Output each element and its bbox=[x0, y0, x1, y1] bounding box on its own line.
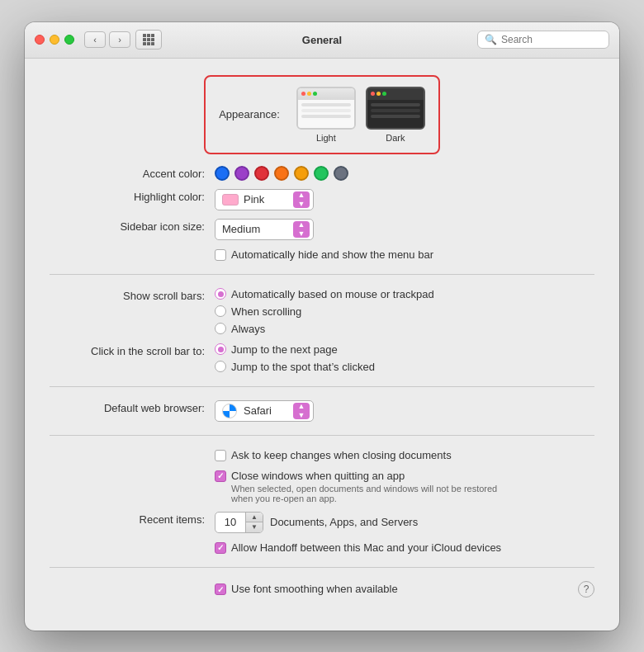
sidebar-icon-size-select[interactable]: Medium ▲ ▼ bbox=[215, 219, 314, 240]
thumb-titlebar-dark bbox=[367, 88, 424, 100]
accent-color-label: Accent color: bbox=[50, 166, 215, 180]
titlebar: ‹ › General 🔍 bbox=[25, 22, 619, 59]
click-spot-row[interactable]: Jump to the spot that’s clicked bbox=[215, 361, 375, 373]
close-windows-label bbox=[50, 470, 215, 471]
light-theme-option[interactable]: Light bbox=[296, 87, 356, 143]
sidebar-icon-size-value: Medium bbox=[222, 223, 290, 235]
highlight-swatch bbox=[222, 194, 239, 206]
font-smoothing-checkbox-label: Use font smoothing when available bbox=[231, 583, 398, 595]
scroll-always-radio[interactable] bbox=[215, 323, 226, 334]
scroll-auto-row[interactable]: Automatically based on mouse or trackpad bbox=[215, 288, 434, 300]
click-next-page-radio[interactable] bbox=[215, 343, 226, 355]
accent-green[interactable] bbox=[314, 166, 329, 181]
font-smoothing-checkbox[interactable] bbox=[215, 583, 226, 595]
documents-section: Ask to keep changes when closing documen… bbox=[50, 449, 594, 568]
font-smoothing-section: Use font smoothing when available ? bbox=[50, 581, 594, 611]
browser-arrows: ▲ ▼ bbox=[293, 403, 310, 419]
appearance-wrapper: Appearance: bbox=[204, 75, 440, 154]
scroll-scrolling-row[interactable]: When scrolling bbox=[215, 305, 434, 318]
window-title: General bbox=[302, 34, 342, 46]
font-smoothing-checkbox-row: Use font smoothing when available bbox=[215, 583, 571, 595]
recent-items-suffix: Documents, Apps, and Servers bbox=[270, 516, 418, 528]
scroll-scrolling-label: When scrolling bbox=[231, 305, 301, 318]
handoff-checkbox-label: Allow Handoff between this Mac and your … bbox=[231, 541, 501, 554]
close-button[interactable] bbox=[35, 35, 45, 45]
handoff-checkbox-row: Allow Handoff between this Mac and your … bbox=[215, 541, 501, 554]
accent-blue[interactable] bbox=[215, 166, 230, 181]
scroll-always-row[interactable]: Always bbox=[215, 323, 434, 335]
accent-yellow[interactable] bbox=[294, 166, 309, 181]
minimize-button[interactable] bbox=[50, 35, 59, 45]
accent-graphite[interactable] bbox=[334, 166, 348, 181]
recent-items-label: Recent items: bbox=[50, 512, 215, 526]
nav-buttons: ‹ › bbox=[84, 31, 130, 48]
appearance-options: Light bbox=[296, 87, 425, 143]
recent-items-controls: 10 ▲ ▼ Documents, Apps, and Servers bbox=[215, 512, 418, 533]
appearance-section: Appearance: bbox=[50, 75, 594, 275]
light-theme-thumb bbox=[296, 87, 356, 130]
help-button[interactable]: ? bbox=[578, 581, 594, 598]
click-next-page-label: Jump to the next page bbox=[231, 343, 338, 356]
click-scroll-bar-label: Click in the scroll bar to: bbox=[50, 343, 215, 357]
search-input[interactable] bbox=[501, 34, 602, 45]
safari-icon bbox=[222, 404, 237, 418]
click-scroll-bar-options: Jump to the next page Jump to the spot t… bbox=[215, 343, 375, 373]
highlight-color-label: Highlight color: bbox=[50, 189, 215, 203]
main-window: ‹ › General 🔍 Appearance: bbox=[25, 22, 619, 631]
click-next-page-row[interactable]: Jump to the next page bbox=[215, 343, 375, 356]
accent-orange[interactable] bbox=[274, 166, 289, 181]
highlight-color-arrows: ▲ ▼ bbox=[293, 191, 310, 208]
close-windows-row: Close windows when quitting an app When … bbox=[50, 470, 594, 503]
dark-theme-label: Dark bbox=[386, 133, 405, 143]
stepper-up[interactable]: ▲ bbox=[246, 513, 263, 522]
show-scroll-bars-options: Automatically based on mouse or trackpad… bbox=[215, 288, 434, 335]
ask-keep-checkbox[interactable] bbox=[215, 450, 226, 461]
handoff-checkbox[interactable] bbox=[215, 542, 226, 554]
default-browser-select[interactable]: Safari ▲ ▼ bbox=[215, 400, 314, 422]
recent-items-row: Recent items: 10 ▲ ▼ Documents, Apps, an… bbox=[50, 512, 594, 533]
content-area: Appearance: bbox=[25, 59, 619, 631]
menu-bar-checkbox-label: Automatically hide and show the menu bar bbox=[231, 248, 433, 261]
stepper-down[interactable]: ▼ bbox=[246, 522, 263, 532]
close-windows-checkbox[interactable] bbox=[215, 470, 226, 482]
default-browser-label: Default web browser: bbox=[50, 400, 215, 414]
sidebar-icon-size-row: Sidebar icon size: Medium ▲ ▼ bbox=[50, 219, 594, 240]
scroll-auto-label: Automatically based on mouse or trackpad bbox=[231, 288, 434, 300]
font-smoothing-row: Use font smoothing when available ? bbox=[50, 581, 594, 598]
scroll-scrolling-radio[interactable] bbox=[215, 305, 226, 317]
back-button[interactable]: ‹ bbox=[84, 31, 106, 48]
recent-items-stepper[interactable]: 10 ▲ ▼ bbox=[215, 512, 263, 533]
show-scroll-bars-row: Show scroll bars: Automatically based on… bbox=[50, 288, 594, 335]
menu-bar-checkbox[interactable] bbox=[215, 249, 226, 261]
accent-color-controls bbox=[215, 166, 348, 181]
click-scroll-bar-row: Click in the scroll bar to: Jump to the … bbox=[50, 343, 594, 373]
accent-purple[interactable] bbox=[234, 166, 249, 181]
browser-section: Default web browser: Safari ▲ ▼ bbox=[50, 400, 594, 436]
close-windows-checkbox-label: Close windows when quitting an app bbox=[231, 470, 405, 482]
menu-bar-checkbox-row: Automatically hide and show the menu bar bbox=[215, 248, 433, 261]
click-spot-radio[interactable] bbox=[215, 361, 226, 372]
close-windows-hint: When selected, open documents and window… bbox=[231, 484, 497, 503]
show-scroll-bars-label: Show scroll bars: bbox=[50, 288, 215, 302]
dark-theme-option[interactable]: Dark bbox=[366, 87, 425, 143]
highlight-color-select[interactable]: Pink ▲ ▼ bbox=[215, 189, 314, 210]
handoff-row: Allow Handoff between this Mac and your … bbox=[50, 541, 594, 554]
ask-keep-label bbox=[50, 449, 215, 451]
thumb-body-dark bbox=[367, 100, 424, 130]
search-icon: 🔍 bbox=[485, 34, 497, 45]
scroll-bars-section: Show scroll bars: Automatically based on… bbox=[50, 288, 594, 387]
close-windows-checkbox-row: Close windows when quitting an app bbox=[215, 470, 497, 482]
maximize-button[interactable] bbox=[64, 35, 74, 45]
thumb-titlebar bbox=[298, 88, 354, 100]
accent-red[interactable] bbox=[254, 166, 269, 181]
ask-keep-checkbox-label: Ask to keep changes when closing documen… bbox=[231, 449, 452, 461]
default-browser-value: Safari bbox=[244, 404, 290, 417]
search-box[interactable]: 🔍 bbox=[477, 31, 609, 49]
light-theme-label: Light bbox=[316, 133, 336, 143]
scroll-auto-radio[interactable] bbox=[215, 288, 226, 300]
grid-button[interactable] bbox=[135, 30, 162, 50]
forward-button[interactable]: › bbox=[109, 31, 130, 48]
close-windows-area: Close windows when quitting an app When … bbox=[215, 470, 497, 503]
handoff-label bbox=[50, 541, 215, 543]
thumb-body bbox=[298, 100, 354, 130]
